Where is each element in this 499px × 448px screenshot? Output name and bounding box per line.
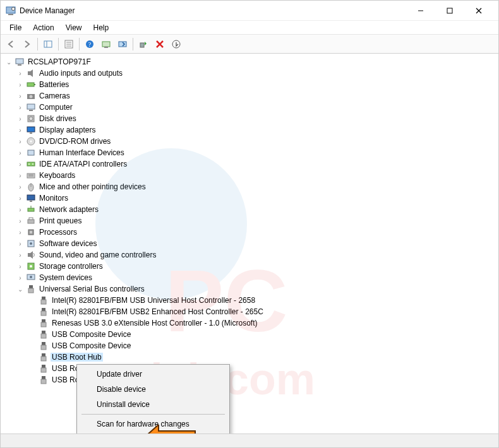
svg-point-31 bbox=[30, 95, 33, 98]
svg-rect-33 bbox=[29, 110, 33, 111]
expand-icon[interactable]: › bbox=[16, 104, 25, 111]
show-hide-tree-button[interactable] bbox=[40, 37, 56, 52]
tree-category[interactable]: ›DVD/CD-ROM drives bbox=[1, 136, 498, 147]
device-tree[interactable]: PC risk.com ⌄ RCSLAPTOP971F ›Audio input… bbox=[1, 54, 498, 433]
disk-icon bbox=[26, 114, 36, 124]
update-driver-button[interactable] bbox=[115, 37, 130, 52]
uninstall-device-button[interactable] bbox=[152, 37, 167, 52]
tree-device[interactable]: Intel(R) 82801FB/FBM USB2 Enhanced Host … bbox=[1, 306, 498, 317]
svg-rect-36 bbox=[27, 127, 35, 132]
tree-category-usb[interactable]: ⌄ Universal Serial Bus controllers bbox=[1, 283, 498, 295]
category-label: Processors bbox=[38, 228, 78, 237]
device-label: USB Composite Device bbox=[51, 330, 132, 339]
toolbar-separator bbox=[37, 38, 38, 50]
tree-category[interactable]: ›Computer bbox=[1, 102, 498, 113]
help-button[interactable]: ? bbox=[82, 37, 97, 52]
ctx-scan-hardware[interactable]: Scan for hardware changes bbox=[79, 416, 227, 432]
tree-category[interactable]: ›Display adapters bbox=[1, 124, 498, 136]
enable-device-button[interactable] bbox=[136, 37, 151, 52]
tree-category[interactable]: ›IDE ATA/ATAPI controllers bbox=[1, 158, 498, 170]
ctx-uninstall-device[interactable]: Uninstall device bbox=[79, 397, 227, 412]
tree-category[interactable]: ›Audio inputs and outputs bbox=[1, 68, 498, 79]
tree-device[interactable]: USB Root Hub bbox=[1, 374, 498, 386]
category-label: Mice and other pointing devices bbox=[38, 182, 147, 191]
usb-icon bbox=[26, 284, 36, 294]
tree-device[interactable]: Renesas USB 3.0 eXtensible Host Controll… bbox=[1, 317, 498, 329]
menu-file[interactable]: File bbox=[4, 22, 27, 33]
tree-category[interactable]: ›Storage controllers bbox=[1, 261, 498, 272]
window-controls bbox=[406, 1, 493, 20]
category-label: Software devices bbox=[38, 239, 98, 248]
tree-category[interactable]: ›Human Interface Devices bbox=[1, 147, 498, 158]
tree-category[interactable]: ›Network adapters bbox=[1, 204, 498, 215]
tree-category[interactable]: ›System devices bbox=[1, 272, 498, 283]
expand-icon[interactable]: › bbox=[16, 70, 25, 77]
tree-category[interactable]: ›Print queues bbox=[1, 215, 498, 227]
svg-rect-59 bbox=[28, 253, 30, 257]
tree-category[interactable]: ›Mice and other pointing devices bbox=[1, 181, 498, 192]
device-label: USB Root Hub bbox=[51, 353, 103, 362]
tree-category[interactable]: ›Cameras bbox=[1, 90, 498, 102]
maximize-button[interactable] bbox=[435, 1, 464, 20]
expand-icon[interactable]: › bbox=[16, 263, 25, 270]
tree-category[interactable]: ›Batteries bbox=[1, 79, 498, 90]
expand-icon[interactable]: › bbox=[16, 127, 25, 134]
properties-button[interactable] bbox=[61, 37, 76, 52]
tree-category[interactable]: ›Keyboards bbox=[1, 170, 498, 181]
tree-category[interactable]: ›Processors bbox=[1, 227, 498, 238]
svg-rect-16 bbox=[104, 47, 108, 48]
expand-icon[interactable]: › bbox=[16, 195, 25, 202]
ctx-separator bbox=[81, 414, 225, 415]
expand-icon[interactable]: › bbox=[16, 172, 25, 179]
collapse-icon[interactable]: ⌄ bbox=[4, 59, 13, 66]
category-label: Human Interface Devices bbox=[38, 148, 126, 157]
ctx-disable-device[interactable]: Disable device bbox=[79, 382, 227, 397]
scan-hardware-button[interactable] bbox=[99, 37, 114, 52]
collapse-icon[interactable]: ⌄ bbox=[16, 286, 25, 293]
expand-icon[interactable]: › bbox=[16, 206, 25, 213]
expand-icon[interactable]: › bbox=[16, 240, 25, 247]
menu-action[interactable]: Action bbox=[28, 22, 59, 33]
ctx-update-driver[interactable]: Update driver bbox=[79, 367, 227, 382]
expand-icon[interactable]: › bbox=[16, 93, 25, 100]
expand-icon[interactable]: › bbox=[16, 218, 25, 225]
toolbar-separator bbox=[133, 38, 133, 50]
expand-icon[interactable]: › bbox=[16, 161, 25, 168]
menu-help[interactable]: Help bbox=[88, 22, 114, 33]
back-button[interactable] bbox=[3, 37, 18, 52]
tree-device[interactable]: USB Root Hub bbox=[1, 351, 498, 363]
usb-device-icon bbox=[39, 363, 49, 374]
expand-icon[interactable]: › bbox=[16, 184, 25, 191]
tree-device[interactable]: Intel(R) 82801FB/FBM USB Universal Host … bbox=[1, 295, 498, 306]
tree-root[interactable]: ⌄ RCSLAPTOP971F bbox=[1, 56, 498, 68]
expand-icon[interactable]: › bbox=[16, 229, 25, 236]
category-label: Computer bbox=[38, 103, 74, 112]
expand-icon[interactable]: › bbox=[16, 150, 25, 156]
tree-category[interactable]: ›Software devices bbox=[1, 238, 498, 249]
close-button[interactable] bbox=[464, 1, 493, 20]
svg-rect-77 bbox=[41, 357, 46, 361]
minimize-button[interactable] bbox=[406, 1, 435, 20]
svg-rect-66 bbox=[42, 297, 45, 300]
printer-icon bbox=[26, 216, 36, 226]
tree-category[interactable]: ›Disk drives bbox=[1, 113, 498, 124]
menu-view[interactable]: View bbox=[61, 22, 87, 33]
category-label: Cameras bbox=[38, 91, 71, 100]
svg-rect-37 bbox=[30, 133, 32, 134]
monitor-icon bbox=[26, 193, 36, 203]
expand-icon[interactable]: › bbox=[16, 81, 25, 88]
expand-icon[interactable]: › bbox=[16, 274, 25, 281]
expand-icon[interactable]: › bbox=[16, 138, 25, 145]
tree-device[interactable]: USB Composite Device bbox=[1, 329, 498, 340]
tree-category[interactable]: ›Sound, video and game controllers bbox=[1, 249, 498, 261]
svg-rect-65 bbox=[28, 288, 33, 293]
expand-icon[interactable]: › bbox=[16, 115, 25, 122]
forward-button[interactable] bbox=[20, 37, 35, 52]
svg-point-63 bbox=[30, 276, 32, 278]
tree-device[interactable]: USB Composite Device bbox=[1, 340, 498, 351]
tree-device[interactable]: USB Root Hub bbox=[1, 363, 498, 374]
svg-rect-50 bbox=[30, 201, 32, 202]
tree-category[interactable]: ›Monitors bbox=[1, 192, 498, 204]
add-legacy-hardware-button[interactable] bbox=[169, 37, 184, 52]
expand-icon[interactable]: › bbox=[16, 252, 25, 259]
